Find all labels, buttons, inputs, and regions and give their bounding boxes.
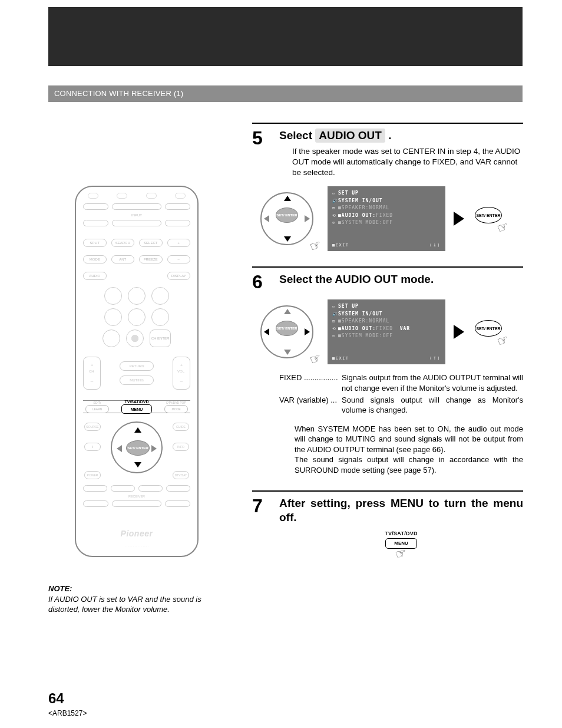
remote-btn: SPLIT (83, 239, 107, 247)
navpad-left-icon (264, 215, 269, 222)
osd-preview: ▭SET UP 🔊SYSTEM IN/OUT ⊞■SPEAKER:NORMAL … (328, 299, 445, 364)
osd-line: SPEAKER:NORMAL (342, 318, 389, 324)
step-title: Select AUDIO OUT . (279, 129, 523, 143)
divider (252, 266, 523, 268)
hand-pointer-icon: ☞ (308, 237, 324, 255)
navpad-left-icon (264, 328, 269, 335)
step-title: After setting, press MENU to turn the me… (279, 496, 523, 525)
remote-guide-button: GUIDE (173, 423, 189, 431)
step-7: 7 After setting, press MENU to turn the … (252, 490, 523, 562)
step-6: 6 Select the AUDIO OUT mode. SET/ ENTER … (252, 266, 523, 475)
step-number: 7 (252, 496, 271, 515)
note-text: If AUDIO OUT is set to VAR and the sound… (48, 594, 225, 615)
remote-set-enter-button: SET/ ENTER (126, 440, 150, 456)
navpad-up-icon (284, 196, 291, 201)
osd-line: SYSTEM IN/OUT (338, 311, 383, 317)
remote-nav-up-icon (134, 427, 141, 433)
remote-btn: DISPLAY (167, 272, 191, 280)
remote-ch-rocker: +– (83, 357, 101, 390)
remote-mode-button: MODE (164, 405, 188, 413)
page-number: 64 (48, 690, 64, 707)
set-enter-illustration: SET/ ENTER ☞ (472, 320, 505, 344)
remote-info-button: INFO (173, 443, 189, 451)
arrow-right-icon (454, 212, 464, 226)
remote-dtvtop-label: DTV/DVD TOP (166, 401, 186, 404)
osd-line: AUDIO OUT: (342, 326, 376, 331)
osd-line: SET UP (338, 190, 359, 196)
remote-btn: FREEZE (139, 255, 163, 263)
remote-receiver-label: RECEIVER (76, 495, 197, 498)
sysnote-2: The sound signals output will change in … (295, 454, 523, 475)
remote-brand-logo: Pioneer (76, 529, 197, 538)
note-heading: NOTE: (48, 584, 225, 594)
remote-btn: SEARCH (111, 239, 135, 247)
remote-power-button: POWER (84, 471, 101, 479)
document-code: <ARB1527> (48, 709, 87, 717)
hand-pointer-icon: ☞ (495, 219, 511, 237)
def-text-fixed: Signals output from the AUDIO OUTPUT ter… (342, 373, 523, 393)
remote-vol-rocker: +– (173, 357, 190, 390)
navpad-down-icon (284, 350, 291, 355)
navpad-illustration: SET/ ENTER ☞ (254, 299, 319, 364)
remote-menu-button: MENU (121, 404, 152, 414)
remote-nav-down-icon (134, 462, 141, 467)
osd-line: SPEAKER:NORMAL (342, 205, 389, 210)
menu-caption: TV/SAT/DVD (369, 531, 434, 536)
osd-nav-icon: ⟨⤓⟩ (429, 243, 441, 248)
step-title-pill: AUDIO OUT (315, 129, 385, 143)
osd-nav-icon: ⟨⤒⟩ (429, 356, 441, 361)
osd-value: FIXED (376, 213, 393, 218)
navpad-down-icon (284, 236, 291, 242)
remote-source-button: SOURCE (84, 423, 101, 431)
steps-column: 5 Select AUDIO OUT . If the speaker mode… (252, 123, 523, 577)
menu-button-illustration: TV/SAT/DVD MENU ☞ (369, 531, 434, 562)
definitions: FIXED ................ Signals output fr… (279, 373, 523, 415)
remote-muting-button: MUTING (120, 375, 154, 385)
step-title: Select the AUDIO OUT mode. (279, 272, 523, 286)
def-text-var: Sound signals output will change as Moni… (342, 395, 523, 416)
remote-ch-label: CH (89, 370, 94, 373)
osd-exit: EXIT (336, 243, 349, 248)
remote-pause-button: II (84, 443, 101, 451)
step-number: 6 (252, 272, 271, 291)
step-title-post: . (385, 129, 392, 141)
remote-model-text: · · · · · · · · · · · · · · · (76, 544, 197, 548)
header-dark-band (48, 7, 523, 66)
sysnote-1: When SYSTEM MODE has been set to ON, the… (295, 424, 523, 455)
def-label-var: VAR (variable) ... (279, 395, 342, 416)
navpad-right-icon (305, 328, 310, 335)
osd-preview: ▭SET UP 🔊SYSTEM IN/OUT ⊞■SPEAKER:NORMAL … (328, 186, 445, 251)
set-enter-illustration: SET/ ENTER ☞ (472, 207, 505, 230)
osd-value-selected: VAR (400, 326, 410, 331)
arrow-right-icon (454, 325, 464, 339)
def-label-fixed: FIXED ................ (279, 373, 342, 393)
remote-btn: + (167, 239, 191, 247)
note-block: NOTE: If AUDIO OUT is set to VAR and the… (48, 584, 225, 615)
step-title-pre: Select (279, 129, 315, 141)
remote-control-illustration: INPUT SPLIT SEARCH SELECT + MODE ANT FRE… (75, 186, 199, 557)
hand-pointer-icon: ☞ (308, 350, 324, 368)
osd-exit: EXIT (336, 356, 349, 361)
divider (252, 123, 523, 124)
section-header: CONNECTION WITH RECEIVER (1) (48, 85, 523, 102)
osd-line: SYSTEM MODE:OFF (342, 220, 393, 225)
osd-line: SET UP (338, 304, 359, 309)
navpad-illustration: SET/ ENTER ☞ (254, 186, 319, 251)
remote-dtvsat-button: DTV/SAT (173, 471, 189, 479)
remote-btn: ANT (111, 255, 135, 263)
osd-line: SYSTEM MODE:OFF (342, 333, 393, 338)
osd-line: SYSTEM IN/OUT (338, 198, 383, 203)
remote-btn: – (167, 255, 191, 263)
remote-learn-button: LEARN (85, 405, 109, 413)
remote-nav-left-icon (117, 445, 122, 452)
hand-pointer-icon: ☞ (495, 332, 511, 350)
remote-btn: SELECT (139, 239, 163, 247)
left-column: INPUT SPLIT SEARCH SELECT + MODE ANT FRE… (48, 186, 225, 615)
navpad-up-icon (284, 309, 291, 314)
remote-btn: MODE (83, 255, 107, 263)
step-description: If the speaker mode was set to CENTER IN… (292, 146, 523, 179)
step-number: 5 (252, 129, 271, 147)
remote-input-label: INPUT (76, 213, 197, 217)
navpad-right-icon (305, 215, 310, 222)
remote-vol-label: VOL (177, 370, 184, 373)
